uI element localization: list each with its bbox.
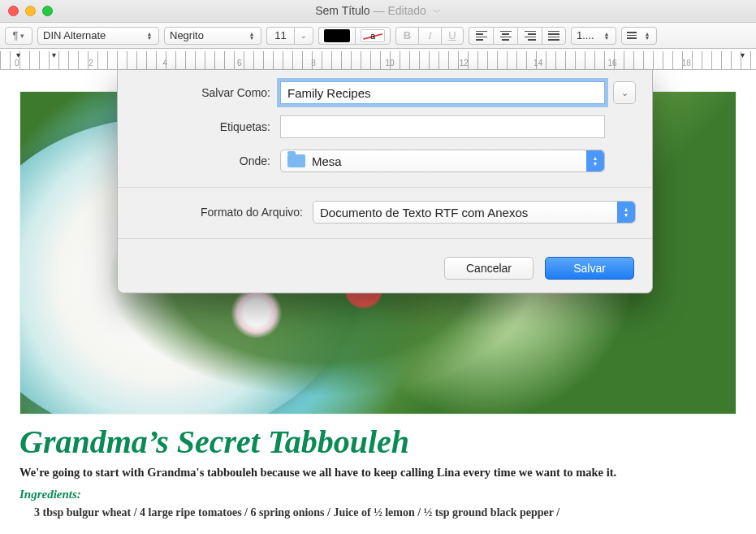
font-family-value: DIN Alternate: [43, 29, 106, 41]
zoom-window-button[interactable]: [42, 6, 53, 16]
align-left-icon: [476, 31, 487, 41]
ingredients-line: 3 tbsp bulgur wheat / 4 large ripe tomat…: [19, 506, 737, 519]
pilcrow-icon: ¶: [13, 29, 19, 41]
font-style-select[interactable]: Negrito ▴▾: [164, 27, 261, 45]
select-arrows-icon: ▴▾: [586, 150, 604, 171]
alignment-group: [469, 27, 566, 45]
file-format-value: Documento de Texto RTF com Anexos: [320, 206, 528, 219]
align-right-button[interactable]: [517, 27, 542, 45]
font-style-value: Negrito: [170, 29, 204, 41]
stepper-arrows-icon: ▴▾: [603, 32, 611, 40]
text-color-swatch: [324, 29, 350, 42]
align-justify-button[interactable]: [542, 27, 566, 45]
title-suffix: Editado: [387, 4, 426, 17]
where-value: Mesa: [312, 154, 342, 168]
chevron-down-icon: ▾: [20, 32, 24, 40]
save-button[interactable]: Salvar: [545, 257, 634, 280]
folder-icon: [287, 154, 305, 167]
underline-button[interactable]: U: [441, 27, 464, 45]
save-dialog: Salvar Como: ⌄ Etiquetas: Onde: Mesa ▴▾ …: [117, 70, 653, 293]
where-select[interactable]: Mesa ▴▾: [280, 150, 605, 172]
stepper-arrows-icon: ▴▾: [643, 32, 651, 40]
align-right-icon: [525, 31, 536, 41]
highlight-color-button[interactable]: [355, 27, 391, 45]
chevron-down-icon: ⌄: [621, 88, 629, 98]
recipe-title: Grandma’s Secret Tabbouleh: [19, 423, 737, 461]
save-as-input[interactable]: [280, 81, 605, 104]
ruler[interactable]: 0 2 4 6 8 10 12 14 16 18 ▾ ▾ ▾: [0, 49, 756, 70]
italic-button[interactable]: I: [418, 27, 441, 45]
title-main: Sem Título: [315, 4, 369, 17]
highlight-swatch-icon: [361, 29, 385, 42]
align-justify-icon: [548, 31, 559, 41]
line-spacing-select[interactable]: 1.... ▴▾: [571, 27, 616, 45]
text-style-group: B I U: [395, 27, 464, 45]
select-arrows-icon: ▴▾: [617, 202, 635, 223]
file-format-select[interactable]: Documento de Texto RTF com Anexos ▴▾: [313, 201, 636, 224]
titlebar: Sem Título — Editado ﹀: [0, 0, 756, 23]
window-controls: [8, 6, 53, 16]
ruler-numbers: 0 2 4 6 8 10 12 14 16 18: [0, 59, 756, 67]
font-family-select[interactable]: DIN Alternate ▴▾: [37, 27, 159, 45]
align-left-button[interactable]: [469, 27, 493, 45]
text-color-button[interactable]: [318, 27, 355, 45]
expand-dialog-button[interactable]: ⌄: [613, 81, 636, 104]
tab-marker-left[interactable]: ▾: [16, 50, 20, 59]
chevron-down-icon: ⌄: [300, 32, 307, 40]
title-chevron-icon[interactable]: ﹀: [433, 7, 441, 16]
stepper-arrows-icon: ▴▾: [248, 32, 256, 40]
dialog-separator: [118, 187, 652, 188]
recipe-intro: We're going to start with Grandma's tabb…: [19, 466, 737, 480]
window-title: Sem Título — Editado ﹀: [315, 4, 441, 18]
ingredients-label: Ingredients:: [19, 488, 737, 501]
dialog-separator: [118, 238, 652, 239]
font-size-value: 11: [274, 29, 286, 41]
file-format-label: Formato do Arquivo:: [134, 206, 313, 219]
formatting-toolbar: ¶ ▾ DIN Alternate ▴▾ Negrito ▴▾ 11 ⌄ B I…: [0, 23, 756, 49]
minimize-window-button[interactable]: [25, 6, 36, 16]
close-window-button[interactable]: [8, 6, 19, 16]
font-size-stepper[interactable]: ⌄: [294, 27, 313, 45]
font-size-field[interactable]: 11: [266, 27, 294, 45]
line-spacing-value: 1....: [577, 29, 594, 41]
bold-button[interactable]: B: [395, 27, 418, 45]
where-label: Onde:: [134, 154, 280, 167]
color-group: [318, 27, 391, 45]
tab-marker[interactable]: ▾: [52, 50, 56, 59]
align-center-button[interactable]: [493, 27, 517, 45]
list-icon: [627, 32, 637, 39]
tags-label: Etiquetas:: [134, 120, 280, 133]
font-size-group: 11 ⌄: [266, 27, 313, 45]
cancel-button[interactable]: Cancelar: [444, 257, 534, 280]
paragraph-style-button[interactable]: ¶ ▾: [5, 27, 32, 45]
tab-marker-right[interactable]: ▾: [741, 50, 745, 59]
align-center-icon: [500, 31, 512, 41]
list-style-select[interactable]: ▴▾: [621, 27, 657, 45]
stepper-arrows-icon: ▴▾: [145, 32, 153, 40]
save-as-label: Salvar Como:: [134, 86, 280, 99]
tags-input[interactable]: [280, 115, 605, 138]
